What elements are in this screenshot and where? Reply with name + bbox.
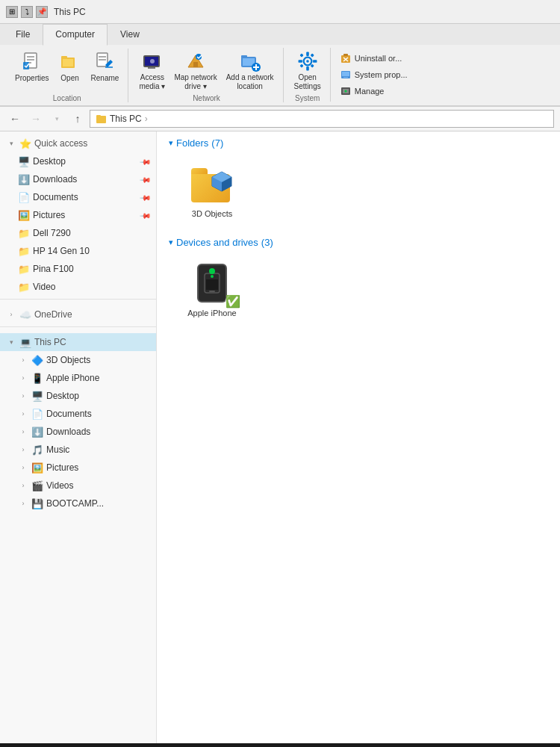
svg-point-25 [306,60,309,63]
sidebar-item-desktop-sub[interactable]: › 🖥️ Desktop [0,387,156,405]
svg-rect-30 [299,53,303,57]
desktop-pin-icon: 📌 [140,155,152,167]
rename-button[interactable]: Rename [88,49,122,84]
devices-section-header[interactable]: ▾ Devices and drives (3) [169,237,548,248]
map-network-drive-button[interactable]: Map networkdrive ▾ [171,48,220,93]
folder-icon [96,114,107,124]
pinaf100-icon: 📁 [18,263,30,275]
grid-item-3dobjects[interactable]: 3D Objects [175,155,249,225]
svg-point-51 [211,275,214,278]
sidebar-item-pictures-sub[interactable]: › 🖼️ Pictures [0,459,156,477]
access-media-button[interactable]: Accessmedia ▾ [136,48,168,93]
3dobjects-folder-icon [190,161,234,206]
sidebar-item-thispc[interactable]: ▾ 💻 This PC [0,333,156,351]
thispc-icon: 💻 [19,336,31,348]
ribbon-group-system: OpenSettings System Uninstall or... [285,48,423,102]
grid-item-apple-iphone[interactable]: ✅ Apple iPhone [175,254,249,324]
svg-rect-9 [99,56,106,58]
sidebar-section-quickaccess: ▾ ⭐ Quick access 🖥️ Desktop 📌 ⬇️ Downloa… [0,134,156,296]
onedrive-icon: ☁️ [19,309,31,320]
sidebar-item-3dobjects-sub[interactable]: › 🔷 3D Objects [0,351,156,369]
ribbon: File Computer View [0,24,560,107]
tab-computer[interactable]: Computer [43,24,108,46]
open-icon [58,50,82,74]
svg-rect-26 [306,52,309,56]
sidebar-item-quickaccess[interactable]: ▾ ⭐ Quick access [0,134,156,152]
3dobjects-sub-label: 3D Objects [46,355,90,365]
folders-section-title: Folders [176,137,208,149]
svg-point-15 [150,59,155,63]
title-icon-pin: 📌 [36,6,48,18]
rename-icon [93,50,116,74]
network-group-label: Network [193,93,220,102]
open-settings-button[interactable]: OpenSettings [291,48,324,93]
video-icon: 📁 [18,281,30,293]
tab-view[interactable]: View [108,24,152,45]
title-bar: ⊞ ⤵ 📌 This PC [0,0,560,24]
up-button[interactable]: ↑ [69,110,87,128]
folders-section-header[interactable]: ▾ Folders (7) [169,137,548,149]
svg-rect-39 [342,72,349,76]
add-network-location-button[interactable]: Add a networklocation [223,48,277,93]
uninstall-button[interactable]: Uninstall or... [337,51,411,66]
pictures-sub-label: Pictures [46,462,78,473]
open-button[interactable]: Open [55,49,85,84]
properties-icon [20,50,44,74]
music-sub-expand: › [18,444,28,455]
sidebar-item-bootcamp-sub[interactable]: › 💾 BOOTCAMP... [0,495,156,512]
main-area: ▾ ⭐ Quick access 🖥️ Desktop 📌 ⬇️ Downloa… [0,131,560,743]
properties-button[interactable]: Properties [12,49,52,84]
sidebar-item-onedrive[interactable]: › ☁️ OneDrive [0,306,156,323]
apple-iphone-label: Apple iPhone [187,309,236,317]
forward-button[interactable]: → [27,110,45,128]
sidebar-item-desktop[interactable]: 🖥️ Desktop 📌 [0,152,156,170]
system-props-button[interactable]: System prop... [337,67,411,82]
back-button[interactable]: ← [6,110,24,128]
sidebar-item-downloads[interactable]: ⬇️ Downloads 📌 [0,170,156,188]
devices-grid: ✅ Apple iPhone [169,254,548,324]
svg-rect-32 [299,64,303,68]
sidebar-item-documents[interactable]: 📄 Documents 📌 [0,188,156,206]
manage-button[interactable]: Manage [337,84,411,99]
iphone-checkmark-icon: ✅ [225,294,240,309]
properties-label: Properties [15,74,49,83]
svg-rect-29 [313,60,317,63]
desktop-label: Desktop [33,156,66,167]
svg-rect-35 [343,54,348,56]
sidebar-item-music-sub[interactable]: › 🎵 Music [0,441,156,459]
svg-rect-4 [23,62,29,69]
sidebar-item-video[interactable]: 📁 Video [0,278,156,296]
sidebar-item-pinaf100[interactable]: 📁 Pina F100 [0,260,156,278]
sidebar-item-hp14gen10[interactable]: 📁 HP 14 Gen 10 [0,242,156,260]
3dobjects-sub-icon: 🔷 [31,354,43,366]
sidebar-item-downloads-sub[interactable]: › ⬇️ Downloads [0,423,156,441]
address-path[interactable]: This PC › [90,110,554,128]
tab-file[interactable]: File [3,24,43,45]
bootcamp-sub-icon: 💾 [31,498,43,509]
sidebar-item-appleiphone-sub[interactable]: › 📱 Apple iPhone [0,369,156,387]
bootcamp-sub-expand: › [18,498,28,509]
system-small-buttons: Uninstall or... System prop... [330,48,417,102]
videos-sub-icon: 🎬 [31,480,43,492]
appleiphone-sub-label: Apple iPhone [46,373,99,383]
folders-grid: 3D Objects [169,155,548,225]
title-bar-controls[interactable]: ⊞ ⤵ 📌 [6,6,48,18]
music-sub-icon: 🎵 [31,444,43,456]
title-icon-1: ⊞ [6,6,18,18]
window-title: This PC [54,7,86,17]
sidebar-item-dell7290[interactable]: 📁 Dell 7290 [0,224,156,242]
onedrive-expand-icon: › [6,309,16,320]
recent-locations-button[interactable]: ▾ [48,110,66,128]
svg-rect-16 [193,62,198,67]
3dobjects-label: 3D Objects [192,209,232,218]
downloads-label: Downloads [33,174,77,185]
location-group-label: Location [53,93,81,102]
sidebar-item-pictures[interactable]: 🖼️ Pictures 📌 [0,206,156,224]
sidebar-item-documents-sub[interactable]: › 📄 Documents [0,405,156,423]
sidebar-item-videos-sub[interactable]: › 🎬 Videos [0,477,156,495]
quickaccess-label: Quick access [34,138,87,149]
svg-rect-52 [206,279,218,290]
ribbon-group-network: Accessmedia ▾ Map networkdrive ▾ [130,48,283,102]
map-network-drive-icon [184,49,208,73]
title-icon-2: ⤵ [21,6,33,18]
